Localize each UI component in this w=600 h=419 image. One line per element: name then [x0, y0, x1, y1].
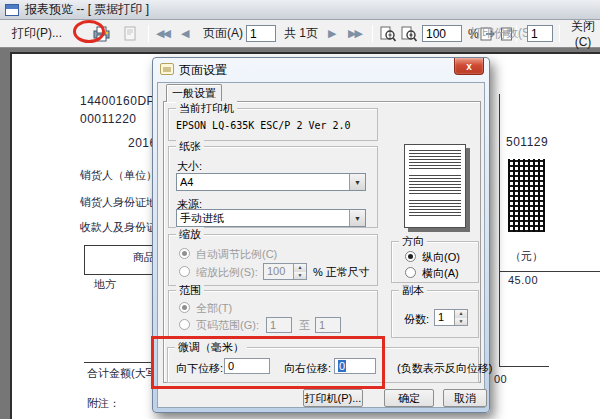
copies-count-label: 份数: — [404, 312, 429, 327]
dialog-title-icon — [160, 63, 174, 75]
dropdown-arrow-icon: ▼ — [349, 174, 365, 190]
report-total-words-label: 合计金额(大写) — [87, 366, 160, 381]
table-line — [84, 274, 154, 275]
dialog-close-button[interactable]: x — [454, 58, 484, 75]
dropdown-arrow-icon: ▼ — [349, 210, 365, 226]
screen: 报表预览 -- [ 票据打印 ] 打印(P)... — [0, 0, 600, 419]
table-line — [499, 94, 500, 366]
copies-count-value: 1 — [435, 310, 454, 325]
finetune-hint: (负数表示反向位移) — [397, 361, 492, 376]
table-line — [499, 271, 600, 272]
spinner-up-icon[interactable]: ▲ — [455, 310, 467, 318]
range-all-radio[interactable] — [179, 302, 190, 313]
paper-group: 纸张 大小: A4 ▼ 来源: 手动进纸 ▼ — [168, 146, 378, 228]
print-copies-label: 打印份数(S) — [470, 20, 534, 47]
scale-value-spinner[interactable]: 100 ▲▼ — [263, 263, 307, 280]
current-printer-group: 当前打印机 EPSON LQ-635K ESC/P 2 Ver 2.0 — [168, 108, 378, 141]
close-preview-button[interactable]: 关闭(C) — [566, 20, 600, 47]
report-amount-partial: 00 — [494, 373, 507, 385]
printer-settings-button[interactable]: 打印机(P)... — [303, 389, 363, 407]
range-pages-radio[interactable] — [179, 319, 190, 330]
range-to-label: 至 — [299, 318, 310, 333]
annotation-ellipse — [73, 20, 105, 43]
range-group-label: 范围 — [176, 283, 204, 298]
report-serial: 501129 — [506, 135, 548, 149]
paper-size-dropdown[interactable]: A4 ▼ — [176, 173, 366, 191]
report-yuan-label: （元） — [510, 249, 543, 264]
table-line — [84, 362, 154, 363]
copies-group-label: 副本 — [399, 283, 427, 298]
window-title: 报表预览 -- [ 票据打印 ] — [25, 1, 149, 18]
toolbar-separator — [559, 25, 560, 42]
table-line — [499, 366, 549, 367]
qr-code — [508, 159, 545, 232]
dialog-title: 页面设置 — [179, 62, 227, 79]
thumbnail-text-lines — [409, 150, 461, 170]
landscape-radio[interactable] — [405, 267, 416, 278]
range-from-input[interactable]: 1 — [266, 317, 292, 333]
spinner-down-icon[interactable]: ▼ — [455, 318, 467, 326]
auto-scale-radio[interactable] — [179, 248, 190, 259]
auto-scale-label: 自动调节比例(C) — [196, 247, 277, 262]
report-place-label: 地方 — [94, 277, 116, 292]
titlebar: 报表预览 -- [ 票据打印 ] — [0, 0, 600, 20]
report-notes-label: 附注： — [87, 396, 120, 411]
portrait-radio[interactable] — [405, 251, 416, 262]
range-pages-label: 页码范围(G): — [196, 318, 259, 333]
cancel-button[interactable]: 取消 — [443, 389, 487, 407]
custom-scale-label: 缩放比例(S): — [196, 265, 258, 280]
copies-group: 副本 份数: 1 ▲▼ — [391, 290, 479, 338]
range-all-label: 全部(T) — [196, 301, 232, 316]
tab-general-settings[interactable]: 一般设置 — [166, 84, 222, 102]
thumbnail-text-lines — [409, 200, 461, 216]
scale-suffix-label: % 正常尺寸 — [313, 265, 370, 280]
scaling-group: 缩放 自动调节比例(C) 缩放比例(S): 100 ▲▼ % 正常尺寸 — [168, 234, 378, 286]
orientation-group: 方向 纵向(O) 横向(A) — [391, 241, 479, 283]
range-group: 范围 全部(T) 页码范围(G): 1 至 1 — [168, 290, 378, 338]
spinner-down-icon[interactable]: ▼ — [294, 272, 306, 280]
orientation-group-label: 方向 — [399, 234, 427, 249]
paper-source-value: 手动进纸 — [177, 211, 349, 226]
current-printer-group-label: 当前打印机 — [176, 101, 237, 116]
paper-size-value: A4 — [177, 176, 349, 188]
paper-source-dropdown[interactable]: 手动进纸 ▼ — [176, 209, 366, 227]
annotation-rectangle — [151, 336, 385, 389]
copies-count-spinner[interactable]: 1 ▲▼ — [434, 309, 468, 326]
landscape-label: 横向(A) — [422, 266, 459, 281]
app-window-icon — [5, 4, 19, 16]
paper-size-label: 大小: — [177, 159, 202, 174]
printer-name: EPSON LQ-635K ESC/P 2 Ver 2.0 — [176, 120, 351, 131]
thumbnail-text-lines — [409, 175, 461, 195]
ok-button[interactable]: 确定 — [384, 389, 434, 407]
range-to-input[interactable]: 1 — [315, 317, 341, 333]
close-icon: x — [466, 61, 472, 72]
report-amount: 45.00 — [508, 274, 538, 286]
scale-value: 100 — [264, 264, 293, 279]
orientation-preview-thumbnail — [404, 144, 466, 228]
scaling-group-label: 缩放 — [176, 227, 204, 242]
table-line — [84, 245, 154, 246]
print-copies-input[interactable] — [527, 25, 553, 42]
spinner-up-icon[interactable]: ▲ — [294, 264, 306, 272]
custom-scale-radio[interactable] — [179, 266, 190, 277]
paper-group-label: 纸张 — [176, 139, 204, 154]
portrait-label: 纵向(O) — [422, 250, 460, 265]
table-line — [84, 245, 85, 274]
report-code2: 00011220 — [80, 112, 137, 126]
